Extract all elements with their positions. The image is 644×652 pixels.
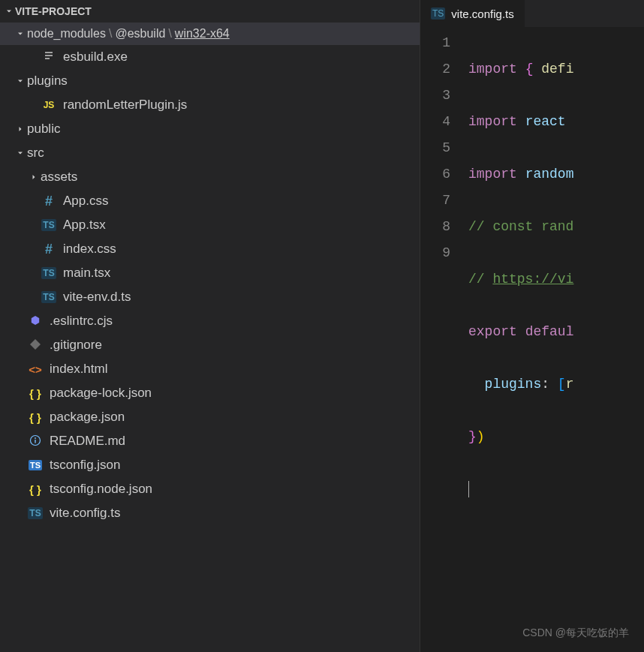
hash-icon: # — [41, 241, 57, 257]
tree-item[interactable]: esbuild.exe — [0, 45, 420, 69]
tree-item[interactable]: src — [0, 141, 420, 165]
tree-item-label: package-lock.json — [50, 386, 152, 401]
js-icon: JS — [41, 97, 57, 113]
tab-label: vite.config.ts — [451, 8, 513, 20]
tree-item[interactable]: plugins — [0, 69, 420, 93]
chevron-down-icon — [14, 146, 27, 160]
lines-icon — [41, 49, 57, 65]
tree-item-label: main.tsx — [63, 266, 110, 281]
line-number: 3 — [420, 83, 450, 109]
file-tree: esbuild.exepluginsJSrandomLetterPlugin.j… — [0, 45, 420, 652]
html-icon: <> — [27, 361, 44, 377]
tab-vite-config[interactable]: TS vite.config.ts — [420, 0, 525, 27]
line-number: 7 — [420, 188, 450, 214]
line-number: 2 — [420, 56, 450, 83]
ts-icon: TS — [27, 505, 44, 521]
tree-item[interactable]: public — [0, 117, 420, 141]
tree-item[interactable]: .gitignore — [0, 333, 420, 357]
tree-item-label: App.tsx — [63, 218, 106, 233]
ts-icon: TS — [41, 217, 57, 233]
breadcrumb-seg[interactable]: node_modules — [27, 27, 106, 41]
tree-item[interactable]: .eslintrc.cjs — [0, 309, 420, 333]
tree-item-label: App.css — [63, 194, 108, 209]
editor-pane: TS vite.config.ts 1 2 3 4 5 6 7 8 9 impo… — [420, 0, 644, 652]
code-area[interactable]: 1 2 3 4 5 6 7 8 9 import { defi import r… — [420, 27, 644, 652]
tree-item[interactable]: #index.css — [0, 237, 420, 261]
tree-item-label: package.json — [50, 410, 125, 425]
tree-item[interactable]: { }package.json — [0, 405, 420, 429]
tree-item-label: esbuild.exe — [63, 50, 128, 65]
breadcrumb-seg[interactable]: @esbuild — [115, 27, 165, 41]
explorer-sidebar: VITE-PROJECT node_modules \ @esbuild \ w… — [0, 0, 420, 652]
tree-item-label: vite.config.ts — [50, 506, 121, 521]
tree-item-label: public — [27, 122, 60, 137]
line-number: 5 — [420, 135, 450, 161]
tsb-icon: TS — [27, 457, 44, 473]
line-number: 4 — [420, 109, 450, 135]
breadcrumb-sep: \ — [168, 27, 171, 41]
tree-item[interactable]: JSrandomLetterPlugin.js — [0, 93, 420, 117]
ts-icon: TS — [41, 289, 57, 305]
breadcrumb-seg[interactable]: win32-x64 — [175, 27, 230, 41]
project-name: VITE-PROJECT — [15, 5, 92, 17]
tree-item-label: .gitignore — [50, 338, 102, 353]
chevron-down-icon — [14, 29, 27, 38]
chevron-down-icon — [3, 7, 15, 16]
tree-item[interactable]: TSmain.tsx — [0, 261, 420, 285]
ts-icon: TS — [41, 265, 57, 281]
tree-item[interactable]: TSvite-env.d.ts — [0, 285, 420, 309]
line-number: 6 — [420, 161, 450, 188]
tree-item-label: README.md — [50, 434, 125, 449]
tree-item[interactable]: <>index.html — [0, 357, 420, 381]
hash-icon: # — [41, 193, 57, 209]
curly-icon: { } — [27, 385, 44, 401]
line-number: 1 — [420, 30, 450, 56]
tree-item[interactable]: { }tsconfig.node.json — [0, 477, 420, 501]
line-number: 9 — [420, 240, 450, 266]
chevron-down-icon — [14, 74, 27, 88]
tree-item-label: vite-env.d.ts — [63, 290, 131, 305]
tree-item-label: index.css — [63, 242, 116, 257]
typescript-icon: TS — [431, 8, 445, 20]
tree-item[interactable]: TStsconfig.json — [0, 453, 420, 477]
breadcrumb-sep: \ — [109, 27, 112, 41]
tree-item-label: tsconfig.json — [50, 458, 121, 473]
chevron-right-icon — [14, 122, 27, 136]
watermark: CSDN @每天吃饭的羊 — [522, 626, 629, 640]
tree-item-label: tsconfig.node.json — [50, 482, 152, 497]
line-gutter: 1 2 3 4 5 6 7 8 9 — [420, 30, 468, 652]
git-icon — [27, 337, 44, 353]
curly-icon: { } — [27, 409, 44, 425]
tree-item-label: randomLetterPlugin.js — [63, 98, 187, 113]
tree-item[interactable]: { }package-lock.json — [0, 381, 420, 405]
tree-item[interactable]: TSvite.config.ts — [0, 501, 420, 525]
tree-item-label: assets — [41, 170, 77, 185]
project-header[interactable]: VITE-PROJECT — [0, 0, 420, 23]
tree-item[interactable]: README.md — [0, 429, 420, 453]
tree-item-label: index.html — [50, 362, 107, 377]
tree-item-label: .eslintrc.cjs — [50, 314, 113, 329]
line-number: 8 — [420, 214, 450, 240]
tree-item-label: src — [27, 146, 44, 161]
tree-item[interactable]: assets — [0, 165, 420, 189]
breadcrumb[interactable]: node_modules \ @esbuild \ win32-x64 — [0, 23, 420, 45]
tree-item-label: plugins — [27, 74, 68, 89]
tree-item[interactable]: TSApp.tsx — [0, 213, 420, 237]
tree-item[interactable]: #App.css — [0, 189, 420, 213]
eslint-icon — [27, 313, 44, 329]
curly-icon: { } — [27, 481, 44, 497]
chevron-right-icon — [27, 170, 41, 184]
text-cursor — [468, 481, 469, 497]
svg-point-2 — [35, 437, 36, 439]
svg-rect-1 — [35, 440, 35, 443]
info-icon — [27, 433, 44, 449]
code-content[interactable]: import { defi import react import random… — [468, 30, 573, 652]
tab-bar: TS vite.config.ts — [420, 0, 644, 27]
